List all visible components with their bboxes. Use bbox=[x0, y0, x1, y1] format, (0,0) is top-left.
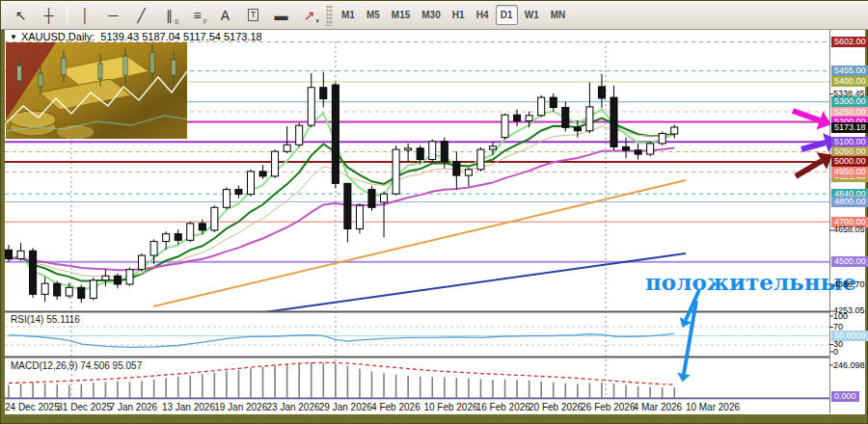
equidistant-channel-icon[interactable]: ∥E bbox=[156, 4, 182, 27]
price-badge: 4500.00 bbox=[831, 256, 868, 267]
timeframe-d1[interactable]: D1 bbox=[496, 5, 518, 25]
date-label: 4 Mar 2026 bbox=[634, 402, 683, 412]
axis-tick-label: 100 bbox=[833, 311, 848, 322]
fibonacci-icon[interactable]: ≡F bbox=[184, 4, 210, 27]
darkred-arrow bbox=[796, 152, 832, 176]
date-label: 24 Dec 2025 bbox=[5, 402, 60, 412]
timeframe-m15[interactable]: M15 bbox=[387, 5, 415, 25]
macd-indicator-label: MACD(12,26,9) 74.506 95.057 bbox=[11, 360, 142, 371]
axis-tick-label: 0 bbox=[833, 347, 838, 358]
text-icon[interactable]: A bbox=[212, 4, 238, 27]
toolbar-divider bbox=[67, 6, 68, 25]
price-badge: 5250.00 bbox=[831, 107, 868, 118]
timeframe-h1[interactable]: H1 bbox=[448, 5, 470, 25]
date-label: 19 Jan 2026 bbox=[214, 402, 267, 412]
price-badge: 5602.00 bbox=[831, 37, 868, 47]
axis-tick-label: 5338.45 bbox=[833, 89, 865, 99]
analyst-annotation-text: положительные bbox=[645, 269, 856, 295]
date-label: 10 Feb 2026 bbox=[423, 402, 477, 412]
price-badge: 5000.00 bbox=[831, 156, 868, 167]
symbol-dropdown-icon[interactable]: ▼ bbox=[10, 33, 17, 41]
timeframe-m1[interactable]: M1 bbox=[337, 5, 360, 25]
magenta-arrow bbox=[793, 111, 831, 130]
price-badge: 5455.00 bbox=[831, 66, 868, 76]
date-label: 29 Jan 2026 bbox=[319, 402, 372, 412]
date-label: 13 Jan 2026 bbox=[162, 402, 215, 412]
chart-titlebar: ▼ XAUUSD,Daily: 5139.43 5187.04 5117.54 … bbox=[5, 31, 262, 42]
date-label: 16 Feb 2026 bbox=[476, 402, 530, 412]
axis-tick-label: 4658.05 bbox=[833, 225, 865, 235]
arrows-icon[interactable]: ↗▾ bbox=[296, 4, 322, 27]
date-label: 7 Jan 2026 bbox=[110, 402, 158, 412]
date-label: 31 Dec 2025 bbox=[57, 402, 112, 412]
axis-tick-label: 246.098 bbox=[833, 360, 865, 371]
date-label: 4 Feb 2026 bbox=[371, 402, 420, 412]
toolbar-grip bbox=[326, 5, 333, 26]
rsi-indicator-label: RSI(14) 55.1116 bbox=[11, 314, 80, 325]
date-label: 23 Jan 2026 bbox=[267, 402, 320, 412]
text-label-icon[interactable]: T bbox=[240, 4, 266, 27]
date-label: 26 Feb 2026 bbox=[581, 402, 635, 412]
terminal-window: ↖┼│─╱∥E≡FAT▬↗▾M1M5M15M30H1H4D1W1MN ▼ XAU… bbox=[0, 0, 868, 424]
crosshair-icon[interactable]: ┼ bbox=[36, 4, 62, 27]
price-badge: 5050.00 bbox=[831, 146, 868, 157]
price-badge: 5173.18 bbox=[831, 122, 868, 133]
toolbar: ↖┼│─╱∥E≡FAT▬↗▾M1M5M15M30H1H4D1W1MN bbox=[1, 1, 868, 30]
price-badge: 5400.00 bbox=[831, 76, 868, 87]
axis-tick-label: 4386.70 bbox=[833, 279, 865, 290]
timeframe-w1[interactable]: W1 bbox=[520, 5, 544, 25]
timeframe-mn[interactable]: MN bbox=[546, 5, 571, 25]
date-label: 10 Mar 2026 bbox=[686, 402, 740, 412]
timeframe-h4[interactable]: H4 bbox=[472, 5, 494, 25]
timeframe-m5[interactable]: M5 bbox=[362, 5, 385, 25]
price-badge: 4950.00 bbox=[831, 167, 868, 177]
cursor-icon[interactable]: ↖ bbox=[8, 4, 34, 27]
price-badge: 4800.00 bbox=[831, 197, 868, 207]
vertical-line-icon[interactable]: │ bbox=[72, 4, 98, 27]
horizontal-line-icon[interactable]: ─ bbox=[100, 4, 126, 27]
decorative-photo bbox=[6, 42, 187, 139]
trendline-icon[interactable]: ╱ bbox=[128, 4, 154, 27]
ohlc-values: 5139.43 5187.04 5117.54 5173.18 bbox=[100, 31, 261, 42]
price-badge: 0.000 bbox=[831, 391, 859, 402]
symbol-period-title: XAUUSD,Daily: bbox=[21, 31, 95, 42]
date-label: 20 Feb 2026 bbox=[529, 402, 583, 412]
price-badge: 5100.00 bbox=[831, 137, 868, 147]
shapes-icon[interactable]: ▬ bbox=[268, 4, 294, 27]
timeframe-m30[interactable]: M30 bbox=[417, 5, 445, 25]
